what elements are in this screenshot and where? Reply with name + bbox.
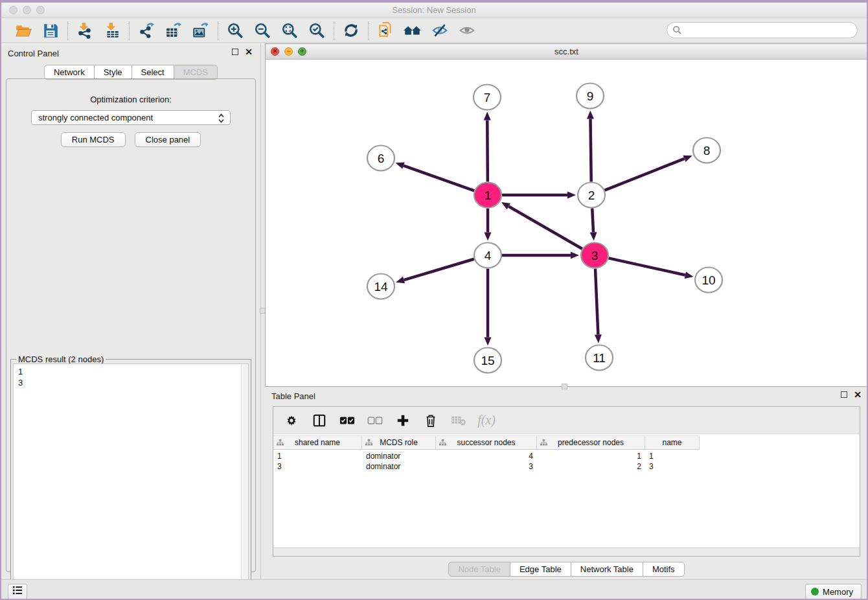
table-panel: Table Panel ✕ xyxy=(265,387,868,579)
table-row[interactable]: 1 dominator 4 1 1 xyxy=(273,451,700,461)
cell-mcds-role[interactable]: dominator xyxy=(362,461,436,472)
zoom-selected-icon xyxy=(308,22,325,39)
graph-edge-arrowhead xyxy=(567,192,576,199)
cell-predecessor-nodes[interactable]: 1 xyxy=(537,451,645,461)
graph-edge-arrowhead xyxy=(587,110,594,119)
tab-node-table[interactable]: Node Table xyxy=(448,562,510,577)
save-session-button[interactable] xyxy=(41,21,60,40)
cell-shared-name[interactable]: 3 xyxy=(273,461,362,472)
control-panel: Control Panel ✕ Network Style Select MCD… xyxy=(1,43,260,579)
mcds-result-list[interactable]: 1 3 xyxy=(13,363,249,600)
zoom-selected-button[interactable] xyxy=(308,21,326,40)
graph-node-label: 14 xyxy=(374,280,388,294)
tab-style[interactable]: Style xyxy=(95,65,132,80)
export-table-button[interactable] xyxy=(165,21,183,40)
refresh-view-button[interactable] xyxy=(342,21,360,40)
network-graph-canvas[interactable]: 7968124314101511 xyxy=(266,60,867,386)
first-neighbors-button[interactable] xyxy=(404,21,422,40)
plus-icon xyxy=(396,413,410,428)
deselect-all-rows-button[interactable] xyxy=(367,413,383,428)
cell-name[interactable]: 1 xyxy=(645,451,700,461)
tab-network[interactable]: Network xyxy=(44,65,95,80)
vertical-splitter[interactable] xyxy=(260,43,265,579)
cell-successor-nodes[interactable]: 4 xyxy=(436,451,537,461)
cell-predecessor-nodes[interactable]: 2 xyxy=(537,461,645,472)
graph-edge-2-3[interactable] xyxy=(592,208,593,232)
close-table-panel-icon[interactable]: ✕ xyxy=(854,391,862,398)
graph-edge-1-7[interactable] xyxy=(487,120,488,181)
export-image-button[interactable] xyxy=(192,21,210,40)
network-window-titlebar[interactable]: ✕ − + scc.txt xyxy=(266,44,867,60)
cell-shared-name[interactable]: 1 xyxy=(273,451,362,461)
criterion-select[interactable]: strongly connected component xyxy=(31,110,231,125)
column-header-shared-name[interactable]: shared name xyxy=(273,435,362,450)
graph-node-label: 11 xyxy=(593,351,606,365)
search-input[interactable] xyxy=(667,22,858,38)
column-header-predecessor-nodes[interactable]: predecessor nodes xyxy=(537,435,645,450)
table-settings-button[interactable] xyxy=(284,413,299,428)
tab-select[interactable]: Select xyxy=(132,65,174,80)
graph-edge-arrowhead xyxy=(485,233,492,241)
show-all-button[interactable] xyxy=(458,21,476,40)
export-network-button[interactable] xyxy=(137,21,155,40)
import-table-button[interactable] xyxy=(103,21,121,40)
graph-node-label: 3 xyxy=(591,249,599,262)
table-row[interactable]: 3 dominator 3 2 3 xyxy=(273,461,700,472)
column-header-name[interactable]: name xyxy=(645,435,700,450)
cell-name[interactable]: 3 xyxy=(645,461,700,472)
graph-edge-2-8[interactable] xyxy=(605,159,685,190)
horizontal-splitter-grip[interactable] xyxy=(562,384,567,389)
tab-mcds[interactable]: MCDS xyxy=(174,65,218,80)
control-panel-tabs: Network Style Select MCDS xyxy=(1,65,260,80)
close-panel-button[interactable]: Close panel xyxy=(135,132,201,147)
delete-column-button[interactable] xyxy=(423,413,439,428)
graph-edge-3-1[interactable] xyxy=(508,206,582,249)
trash-icon xyxy=(424,413,437,428)
column-label: successor nodes xyxy=(457,438,515,447)
function-builder-button-disabled: f(x) xyxy=(479,413,494,428)
graph-node-label: 7 xyxy=(484,91,491,104)
graph-edge-3-11[interactable] xyxy=(595,268,598,334)
column-label: predecessor nodes xyxy=(558,438,624,447)
tab-edge-table[interactable]: Edge Table xyxy=(510,562,571,577)
run-mcds-button[interactable]: Run MCDS xyxy=(61,132,126,147)
hide-selected-button[interactable] xyxy=(431,21,449,40)
export-network-icon xyxy=(138,22,155,39)
float-table-panel-icon[interactable] xyxy=(841,391,847,398)
show-columns-button[interactable] xyxy=(312,413,327,428)
delete-table-button-disabled xyxy=(451,413,466,428)
tab-motifs[interactable]: Motifs xyxy=(643,562,685,577)
table-tabs: Node Table Edge Table Network Table Moti… xyxy=(265,562,868,577)
open-session-button[interactable] xyxy=(14,21,32,40)
cell-successor-nodes[interactable]: 3 xyxy=(436,461,537,472)
graph-edge-4-14[interactable] xyxy=(404,259,474,280)
task-history-button[interactable] xyxy=(8,584,27,599)
close-panel-icon[interactable]: ✕ xyxy=(245,49,253,55)
network-window-title: scc.txt xyxy=(266,47,867,56)
chevron-up-down-icon xyxy=(218,113,225,126)
graph-node-label: 6 xyxy=(378,152,385,165)
zoom-in-button[interactable] xyxy=(226,21,244,40)
zoom-out-button[interactable] xyxy=(253,21,271,40)
table-horizontal-scrollbar[interactable] xyxy=(273,548,860,556)
select-all-rows-button[interactable] xyxy=(339,413,355,428)
memory-button[interactable]: Memory xyxy=(805,584,862,599)
column-header-mcds-role[interactable]: MCDS role xyxy=(362,435,436,450)
zoom-fit-button[interactable] xyxy=(280,21,299,40)
new-network-from-selection-button[interactable] xyxy=(376,21,394,40)
import-network-button[interactable] xyxy=(76,21,94,40)
eye-slash-icon xyxy=(431,22,449,39)
result-scrollbar[interactable] xyxy=(241,364,248,600)
graph-edge-3-10[interactable] xyxy=(609,258,685,275)
column-header-successor-nodes[interactable]: successor nodes xyxy=(436,435,537,450)
graph-edge-2-9[interactable] xyxy=(590,119,591,181)
create-column-button[interactable] xyxy=(395,413,411,428)
cell-mcds-role[interactable]: dominator xyxy=(362,451,436,461)
tab-network-table[interactable]: Network Table xyxy=(571,562,643,577)
save-icon xyxy=(42,22,59,39)
graph-edge-1-6[interactable] xyxy=(404,166,474,191)
float-panel-icon[interactable] xyxy=(232,49,238,55)
checked-boxes-icon xyxy=(339,415,355,426)
graph-node-label: 8 xyxy=(703,144,711,157)
column-label: name xyxy=(662,438,681,447)
